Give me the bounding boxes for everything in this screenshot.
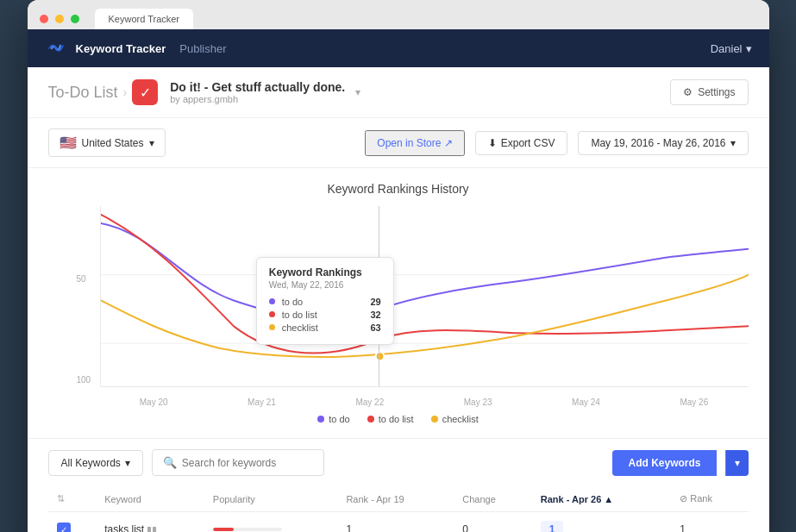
th-rank-delta[interactable]: ⊘ Rank xyxy=(671,486,748,512)
legend-label-todolist: to do list xyxy=(379,414,414,424)
close-dot[interactable] xyxy=(40,15,48,23)
keyword-search-input[interactable] xyxy=(182,457,313,469)
breadcrumb-label: To-Do List xyxy=(48,84,118,102)
app-info: Do it! - Get stuff actually done. by app… xyxy=(170,80,345,104)
chart-container: 50 100 Keyword Rankings Wed, May 22, 201… xyxy=(100,206,749,387)
y-label-100: 100 xyxy=(77,375,91,385)
us-flag-icon: 🇺🇸 xyxy=(60,135,77,151)
row-change-cell: 0 xyxy=(454,512,531,533)
legend-dot-todo xyxy=(317,416,324,422)
tooltip-label-todolist: to do list xyxy=(282,310,364,320)
chart-area: Keyword Rankings History xyxy=(28,168,769,438)
gear-icon: ⚙ xyxy=(683,86,693,98)
keyword-text: tasks list xyxy=(104,523,144,532)
keywords-bar: All Keywords ▾ 🔍 Add Keywords ▾ xyxy=(28,438,769,486)
keywords-table: ⇅ Keyword Popularity Rank - Apr 19 Chang… xyxy=(48,486,749,532)
breadcrumb: To-Do List › ✓ Do it! - Get stuff actual… xyxy=(48,79,671,105)
app-icon: ✓ xyxy=(132,79,158,105)
tooltip-title: Keyword Rankings xyxy=(269,266,381,279)
add-keywords-dropdown-button[interactable]: ▾ xyxy=(725,450,749,476)
tooltip-row-checklist: checklist 63 xyxy=(269,322,381,333)
legend-item-todolist: to do list xyxy=(367,414,414,424)
app-dropdown-icon[interactable]: ▾ xyxy=(355,86,360,98)
table-body: ✓ tasks list ▮▮ 1 0 xyxy=(48,512,749,533)
bar-chart-icon: ▮▮ xyxy=(147,524,157,532)
legend-item-todo: to do xyxy=(317,414,349,424)
x-label-may21: May 21 xyxy=(248,397,276,407)
chart-tooltip: Keyword Rankings Wed, May 22, 2016 to do… xyxy=(256,257,394,345)
browser-tab[interactable]: Keyword Tracker xyxy=(95,9,194,29)
tooltip-value-checklist: 63 xyxy=(370,322,380,333)
breadcrumb-arrow-icon: › xyxy=(123,85,128,99)
th-keyword[interactable]: Keyword xyxy=(96,486,204,512)
x-label-may26: May 26 xyxy=(680,397,708,407)
x-label-may22: May 22 xyxy=(355,397,384,407)
row-rank-apr26-cell: 1 xyxy=(532,512,671,533)
tooltip-value-todolist: 32 xyxy=(370,310,380,320)
app-logo-icon xyxy=(45,37,67,59)
keywords-dropdown-icon: ▾ xyxy=(125,457,130,469)
add-keywords-button[interactable]: Add Keywords xyxy=(612,450,716,476)
filter-bar: 🇺🇸 United States ▾ Open in Store ↗ ⬇ Exp… xyxy=(28,118,769,168)
row-popularity-cell xyxy=(204,512,338,533)
country-selector[interactable]: 🇺🇸 United States ▾ xyxy=(48,128,166,157)
legend-dot-todolist xyxy=(367,416,374,422)
row-keyword-cell: tasks list ▮▮ xyxy=(96,512,204,533)
legend-label-todo: to do xyxy=(329,414,349,424)
popularity-bar-bg xyxy=(213,528,282,531)
th-rank-apr19[interactable]: Rank - Apr 19 xyxy=(337,486,454,512)
open-store-button[interactable]: Open in Store ↗ xyxy=(365,130,464,156)
row-checkbox[interactable]: ✓ xyxy=(57,523,71,532)
date-range-picker[interactable]: May 19, 2016 - May 26, 2016 ▾ xyxy=(578,131,748,155)
th-popularity[interactable]: Popularity xyxy=(204,486,338,512)
chart-svg xyxy=(101,206,749,386)
table-area: ⇅ Keyword Popularity Rank - Apr 19 Chang… xyxy=(28,486,769,532)
th-icon: ⇅ xyxy=(48,486,97,512)
search-icon: 🔍 xyxy=(163,456,177,469)
nav-app-title: Keyword Tracker xyxy=(76,42,166,55)
date-dropdown-icon: ▾ xyxy=(730,137,736,149)
maximize-dot[interactable] xyxy=(71,15,79,23)
tooltip-row-todo: to do 29 xyxy=(269,297,381,307)
check-icon: ✓ xyxy=(140,84,151,101)
minimize-dot[interactable] xyxy=(55,15,64,23)
keyword-search-box[interactable]: 🔍 xyxy=(152,449,324,476)
th-change[interactable]: Change xyxy=(454,486,531,512)
row-rank-delta-cell: 1 xyxy=(671,512,748,533)
browser-chrome: Keyword Tracker xyxy=(28,0,769,29)
app-name: Do it! - Get stuff actually done. xyxy=(170,80,345,94)
country-dropdown-icon: ▾ xyxy=(149,137,154,149)
x-label-may23: May 23 xyxy=(464,397,492,407)
row-checkbox-cell[interactable]: ✓ xyxy=(48,512,97,533)
download-icon: ⬇ xyxy=(488,137,497,149)
table-header: ⇅ Keyword Popularity Rank - Apr 19 Chang… xyxy=(48,486,749,512)
tooltip-label-checklist: checklist xyxy=(282,322,364,333)
chart-title: Keyword Rankings History xyxy=(48,182,749,196)
table-row: ✓ tasks list ▮▮ 1 0 xyxy=(48,512,749,533)
row-rank-apr19-cell: 1 xyxy=(337,512,454,533)
popularity-bar-fill xyxy=(213,528,234,531)
nav-user-menu[interactable]: Daniel ▾ xyxy=(711,42,752,55)
x-label-may20: May 20 xyxy=(140,397,168,407)
th-rank-apr26[interactable]: Rank - Apr 26 ▲ xyxy=(532,486,671,512)
chart-legend: to do to do list checklist xyxy=(48,414,749,424)
tooltip-dot-todo xyxy=(269,298,275,304)
nav-section: Publisher xyxy=(179,42,226,55)
page-header: To-Do List › ✓ Do it! - Get stuff actual… xyxy=(28,67,769,118)
all-keywords-filter[interactable]: All Keywords ▾ xyxy=(48,450,143,476)
rank-badge: 1 xyxy=(541,521,564,532)
settings-button[interactable]: ⚙ Settings xyxy=(670,79,748,105)
tooltip-dot-todolist xyxy=(269,311,275,317)
x-label-may24: May 24 xyxy=(572,397,600,407)
tooltip-date: Wed, May 22, 2016 xyxy=(269,280,381,290)
tooltip-dot-checklist xyxy=(269,324,275,330)
tooltip-value-todo: 29 xyxy=(370,297,380,307)
legend-dot-checklist xyxy=(431,416,438,422)
legend-label-checklist: checklist xyxy=(442,414,479,424)
top-nav: Keyword Tracker Publisher Daniel ▾ xyxy=(28,29,769,67)
app-by: by appers.gmbh xyxy=(170,94,345,104)
tooltip-label-todo: to do xyxy=(282,297,364,307)
y-label-50: 50 xyxy=(77,274,86,284)
export-csv-button[interactable]: ⬇ Export CSV xyxy=(475,131,568,155)
tooltip-row-todolist: to do list 32 xyxy=(269,310,381,320)
